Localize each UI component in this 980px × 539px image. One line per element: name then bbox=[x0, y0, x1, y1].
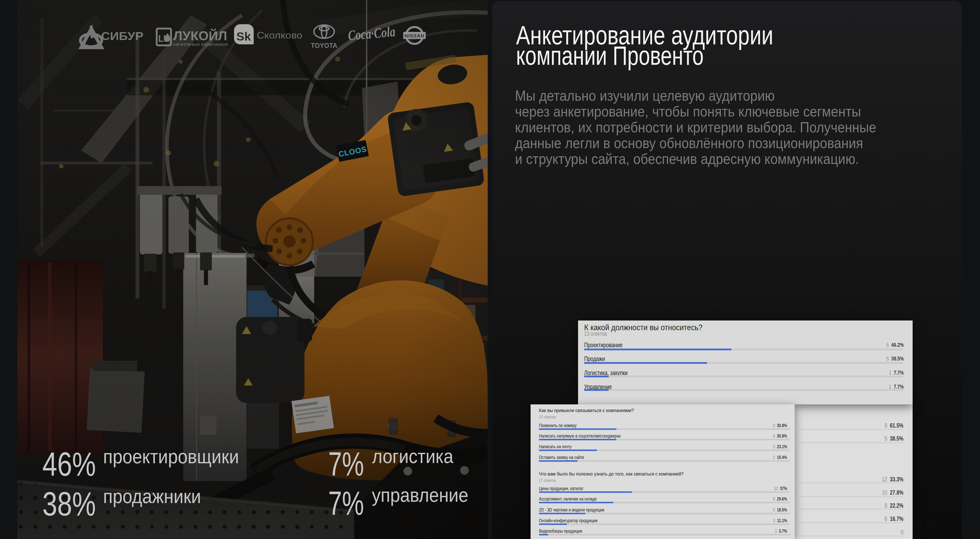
svg-text:NISSAN: NISSAN bbox=[404, 33, 425, 38]
svg-text:Сколково: Сколково bbox=[257, 30, 302, 41]
svg-text:Sk: Sk bbox=[236, 30, 251, 43]
svg-text:Coca·Cola: Coca·Cola bbox=[347, 24, 396, 43]
svg-text:СИБУР: СИБУР bbox=[101, 30, 143, 42]
svg-text:ЛУКОЙЛ: ЛУКОЙЛ bbox=[173, 29, 227, 43]
svg-text:НЕФТЯНАЯ КОМПАНИЯ: НЕФТЯНАЯ КОМПАНИЯ bbox=[173, 42, 228, 47]
svg-text:TOYOTA: TOYOTA bbox=[311, 42, 337, 49]
